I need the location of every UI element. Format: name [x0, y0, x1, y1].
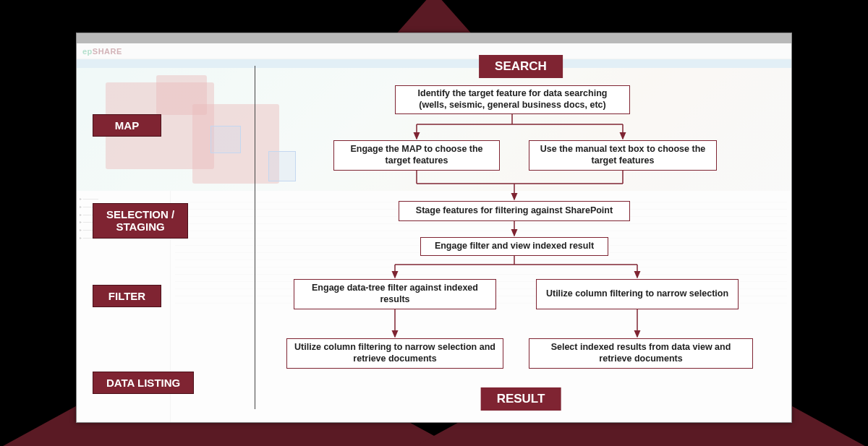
decorative-triangle-top — [394, 0, 474, 36]
badge-result: RESULT — [481, 387, 561, 411]
flow-node-column-filter: Utilize column filtering to narrow selec… — [536, 279, 739, 309]
overlay: MAP SELECTION /STAGING FILTER DATA LISTI… — [77, 33, 791, 422]
main-panel: epSHARE ▸ ─────▸ ─────▸ ─────▸ ─────▸ ──… — [76, 33, 792, 423]
flow-node-identify: Identify the target feature for data sea… — [395, 85, 630, 114]
badge-search: SEARCH — [479, 55, 563, 78]
flow-node-retrieve-left: Utilize column filtering to narrow selec… — [286, 338, 503, 369]
flow-node-engage-filter: Engage filter and view indexed result — [420, 237, 608, 256]
region-label-filter: FILTER — [93, 285, 161, 307]
flow-node-engage-map: Engage the MAP to choose the target feat… — [333, 140, 500, 171]
flow-node-retrieve-right: Select indexed results from data view an… — [529, 338, 753, 369]
flow-node-stage: Stage features for filtering against Sha… — [399, 201, 630, 221]
flow-node-tree-filter: Engage data-tree filter against indexed … — [294, 279, 496, 309]
region-label-staging: SELECTION /STAGING — [93, 203, 188, 239]
region-label-listing: DATA LISTING — [93, 372, 194, 394]
vertical-divider — [255, 66, 255, 409]
flow-node-text-box: Use the manual text box to choose the ta… — [529, 140, 717, 171]
region-label-map: MAP — [93, 114, 161, 137]
